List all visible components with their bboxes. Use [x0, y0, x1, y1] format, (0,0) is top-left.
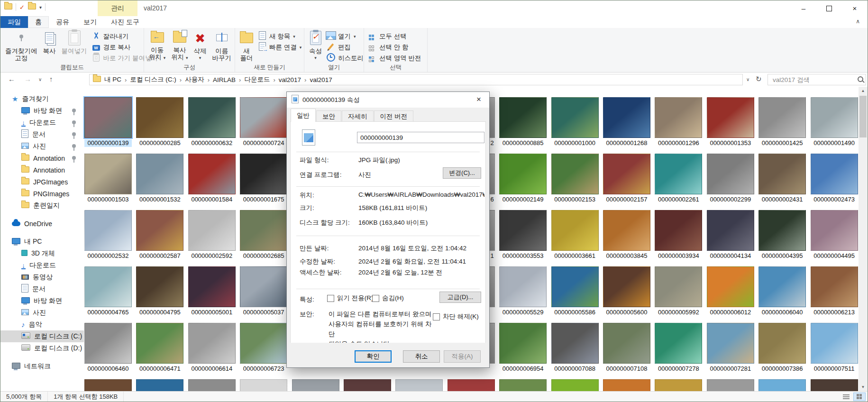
file-item-partial[interactable] — [499, 379, 547, 391]
sidebar-item-Annotation[interactable]: Annotation — [0, 152, 84, 164]
dialog-tab-보안[interactable]: 보안 — [316, 110, 341, 122]
file-item-000000006213[interactable]: 000000006213 — [811, 266, 858, 316]
ribbon-copy-button[interactable]: 복사 — [40, 29, 59, 63]
ribbon-selall-button[interactable]: 모두 선택 — [366, 31, 423, 42]
sidebar-item-바탕 화면[interactable]: 바탕 화면 — [0, 295, 84, 307]
ribbon-copyto-button[interactable]: 복사위치 ▾ — [168, 29, 191, 63]
ribbon-edit-button[interactable]: 편집 — [325, 42, 365, 53]
file-item-000000001584[interactable]: 000000001584 — [188, 154, 236, 203]
ribbon-newitem-button[interactable]: 새 항목▾ — [256, 31, 303, 42]
file-item-partial[interactable] — [84, 379, 132, 391]
dialog-tab-일반[interactable]: 일반 — [291, 109, 316, 122]
file-item-000000002532[interactable]: 000000002532 — [84, 210, 132, 260]
file-item-000000007281[interactable]: 000000007281 — [707, 323, 754, 373]
readonly-checkbox[interactable]: 읽기 전용(R) — [327, 294, 374, 302]
file-item-000000001675[interactable]: 000000001675 — [240, 154, 287, 203]
sidebar-item-사진[interactable]: 사진 — [0, 140, 84, 152]
dialog-close-button[interactable]: × — [468, 92, 489, 107]
file-item-000000006460[interactable]: 000000006460 — [84, 323, 132, 373]
ribbon-pin-button[interactable]: 즐겨찾기에고정 — [2, 29, 40, 63]
checkmark-icon[interactable]: ✓ — [19, 3, 25, 11]
file-item-000000000285[interactable]: 000000000285 — [136, 97, 183, 147]
ribbon-open-button[interactable]: 열기▾ — [325, 31, 365, 42]
file-item-000000006040[interactable]: 000000006040 — [758, 266, 806, 316]
sidebar-item-다운로드[interactable]: ↓다운로드 — [0, 117, 84, 128]
recent-locations-caret-icon[interactable]: ∨ — [38, 77, 42, 82]
ribbon-selnone-button[interactable]: 선택 안 함 — [366, 42, 423, 53]
file-item-000000005586[interactable]: 000000005586 — [551, 266, 599, 316]
folder-icon[interactable] — [28, 3, 36, 11]
file-item-000000001503[interactable]: 000000001503 — [84, 154, 132, 203]
file-item-partial[interactable] — [344, 379, 391, 391]
ribbon-newfolder-button[interactable]: 새폴더 — [237, 29, 256, 63]
file-item-000000007088[interactable]: 000000007088 — [551, 323, 599, 373]
ribbon-move-button[interactable]: ←이동위치 ▾ — [146, 29, 168, 63]
file-item-000000003845[interactable]: 000000003845 — [603, 210, 650, 260]
tab-파일[interactable]: 파일 — [0, 16, 28, 28]
breadcrumb-item[interactable]: 내 PC — [104, 75, 121, 84]
file-item-partial[interactable] — [188, 379, 236, 391]
sidebar-item-로컬 디스크 (D:)[interactable]: 로컬 디스크 (D:) — [0, 342, 84, 354]
folder-icon[interactable] — [4, 3, 12, 11]
scrollbar-thumb[interactable] — [859, 96, 867, 137]
sidebar-item-즐겨찾기[interactable]: ★즐겨찾기 — [0, 93, 84, 105]
file-item-000000007108[interactable]: 000000007108 — [603, 323, 650, 373]
breadcrumb-item[interactable]: val2017 — [279, 76, 301, 83]
file-item-partial[interactable] — [603, 379, 650, 391]
hidden-checkbox[interactable]: 숨김(H) — [372, 294, 404, 302]
collapse-ribbon-chevron-icon[interactable]: ∧ — [856, 18, 860, 25]
file-item-partial[interactable] — [655, 379, 702, 391]
sidebar-item-내 PC[interactable]: 내 PC — [0, 236, 84, 247]
file-item-000000002592[interactable]: 000000002592 — [188, 210, 236, 260]
file-item-000000004765[interactable]: 000000004765 — [84, 266, 132, 316]
file-item-000000000885[interactable]: 000000000885 — [499, 97, 547, 147]
file-item-000000006471[interactable]: 000000006471 — [136, 323, 183, 373]
breadcrumb-item[interactable]: 다운로드 — [244, 75, 270, 84]
back-arrow-icon[interactable]: ← — [8, 75, 15, 83]
cancel-button[interactable]: 취소 — [403, 350, 440, 363]
file-item-000000002587[interactable]: 000000002587 — [136, 210, 183, 260]
file-item-000000002685[interactable]: 000000002685 — [240, 210, 287, 260]
qat-dropdown-caret-icon[interactable]: ▾ — [39, 5, 42, 10]
file-item-000000005529[interactable]: 000000005529 — [499, 266, 547, 316]
tab-공유[interactable]: 공유 — [49, 16, 76, 28]
ribbon-rename-button[interactable]: 이름바꾸기 — [210, 29, 235, 63]
file-item-000000001353[interactable]: 000000001353 — [707, 97, 754, 147]
scroll-down-arrow-icon[interactable]: ▼ — [859, 383, 868, 391]
apply-button[interactable]: 적용(A) — [444, 350, 481, 363]
tab-사진 도구[interactable]: 사진 도구 — [104, 16, 146, 28]
file-item-000000004795[interactable]: 000000004795 — [136, 266, 183, 316]
file-item-000000001490[interactable]: 000000001490 — [811, 97, 858, 147]
dialog-tab-자세히[interactable]: 자세히 — [342, 110, 374, 122]
ribbon-paste-button[interactable]: 붙여넣기 — [59, 29, 90, 63]
details-view-button[interactable] — [840, 393, 852, 401]
file-item-000000006954[interactable]: 000000006954 — [499, 323, 547, 373]
file-item-000000002261[interactable]: 000000002261 — [655, 154, 702, 203]
up-arrow-icon[interactable]: ↑ — [49, 75, 53, 83]
sidebar-item-로컬 디스크 (C:)[interactable]: 로컬 디스크 (C:) — [0, 330, 84, 342]
file-item-partial[interactable] — [395, 379, 443, 391]
file-item-000000007511[interactable]: 000000007511 — [811, 323, 858, 373]
sidebar-item-JPGImages[interactable]: JPGImages — [0, 176, 84, 188]
breadcrumb-item[interactable]: 사용자 — [185, 75, 204, 84]
file-item-000000000139[interactable]: 000000000139 — [84, 97, 132, 147]
file-item-000000002157[interactable]: 000000002157 — [603, 154, 650, 203]
ribbon-selinv-button[interactable]: 선택 영역 반전 — [366, 53, 423, 64]
scroll-up-arrow-icon[interactable]: ▲ — [859, 87, 868, 95]
file-item-partial[interactable] — [551, 379, 599, 391]
file-item-partial[interactable] — [136, 379, 183, 391]
sidebar-item-동영상[interactable]: 동영상 — [0, 271, 84, 283]
file-item-partial[interactable] — [240, 379, 287, 391]
file-item-partial[interactable] — [448, 379, 495, 391]
close-button[interactable]: × — [842, 0, 868, 16]
unblock-checkbox[interactable]: 차단 해제(K) — [433, 312, 479, 321]
sidebar-item-다운로드[interactable]: ↓다운로드 — [0, 259, 84, 271]
dialog-tab-이전 버전[interactable]: 이전 버전 — [374, 110, 414, 122]
file-item-000000007386[interactable]: 000000007386 — [758, 323, 806, 373]
file-item-000000001296[interactable]: 000000001296 — [655, 97, 702, 147]
sidebar-item-네트워크[interactable]: 네트워크 — [0, 360, 84, 372]
sidebar-item-OneDrive[interactable]: OneDrive — [0, 218, 84, 229]
vertical-scrollbar[interactable]: ▲ ▼ — [859, 87, 868, 391]
address-dropdown-caret-icon[interactable]: ∨ — [746, 77, 749, 82]
search-input[interactable] — [772, 76, 858, 84]
